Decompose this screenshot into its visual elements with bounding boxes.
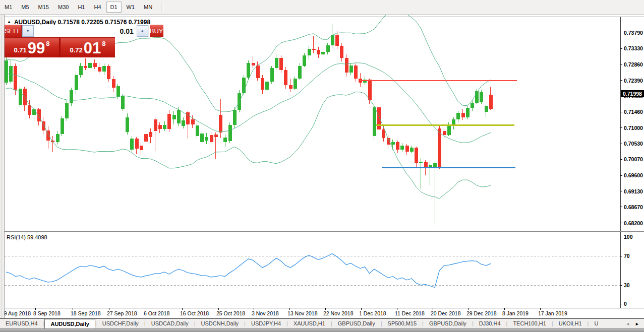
price-axis-label: 0.70070	[624, 156, 643, 162]
tab-ukoil-h1[interactable]: UKOil,H1	[553, 319, 588, 329]
timeframe-button-w1[interactable]: W1	[123, 2, 139, 13]
candle-body	[158, 125, 162, 128]
tab-gbpusd-daily[interactable]: GBPUSD,Daily	[424, 319, 472, 329]
candle-body	[102, 66, 106, 72]
rsi-axis-label: 100	[624, 234, 633, 240]
timeframe-button-d1[interactable]: D1	[106, 2, 122, 13]
tab-audusd-daily[interactable]: AUDUSD,Daily	[44, 319, 95, 329]
candle-body	[167, 114, 171, 129]
rsi-indicator-label: RSI(14) 59.4098	[7, 234, 47, 240]
candle-body	[149, 132, 152, 137]
tab-usdcad-daily[interactable]: USDCAD,Daily	[146, 319, 194, 329]
candle-body	[419, 162, 423, 163]
candle-body	[480, 92, 483, 102]
candle-body	[56, 134, 60, 142]
symbol-triangle-icon: ▲	[7, 20, 11, 24]
tab-scroll-right-icon[interactable]: ►	[632, 321, 642, 326]
buy-price-sup: 8	[102, 40, 105, 47]
left-gutter	[0, 14, 5, 318]
date-axis-label: 3 Nov 2018	[252, 310, 279, 316]
tab-sp500-m15[interactable]: SP500,M15	[382, 319, 422, 329]
tab-dj30-h4[interactable]: DJ30,H4	[474, 319, 506, 329]
rsi-line	[6, 254, 491, 288]
date-axis-label: 18 Sep 2018	[71, 310, 101, 316]
candle-body	[172, 115, 176, 119]
date-axis-label: 11 Dec 2018	[395, 310, 425, 316]
price-axis-label: 0.69130	[624, 188, 643, 194]
candle-body	[112, 79, 115, 88]
sell-price-box[interactable]: 0.71 99 8	[5, 38, 59, 57]
volume-increase-icon[interactable]: ▲	[137, 25, 148, 37]
candle-body	[252, 63, 255, 65]
price-axis-label: 0.68670	[624, 204, 643, 210]
timeframe-button-m30[interactable]: M30	[54, 2, 73, 13]
candle-body	[270, 68, 274, 82]
candle-body	[61, 118, 64, 134]
buy-button[interactable]: BUY	[150, 25, 163, 37]
buy-price-box[interactable]: 0.72 01 8	[61, 38, 115, 57]
candle-body	[23, 89, 27, 105]
candle-body	[238, 93, 241, 110]
tab-u[interactable]: U	[589, 319, 604, 329]
candle-body	[443, 131, 446, 135]
timeframe-button-h1[interactable]: H1	[74, 2, 89, 13]
candle-body	[223, 138, 227, 142]
tab-usdcnh-daily[interactable]: USDCNH,Daily	[196, 319, 245, 329]
candle-body	[98, 67, 101, 72]
price-axis-label: 0.68200	[624, 220, 643, 226]
candle-body	[466, 108, 470, 117]
candle-body	[32, 109, 36, 115]
candle-body	[308, 49, 311, 55]
volume-input[interactable]	[34, 25, 137, 37]
candle-body	[65, 103, 69, 118]
candle-body	[88, 63, 92, 68]
candle-body	[461, 113, 465, 117]
candle-body	[391, 142, 395, 145]
candle-body	[256, 65, 260, 78]
candle-body	[321, 52, 325, 54]
tab-gbpusd-daily[interactable]: GBPUSD,Daily	[332, 319, 381, 329]
candle-body	[107, 66, 110, 79]
price-axis-label: 0.71000	[624, 125, 643, 131]
candle-body	[9, 66, 13, 82]
date-axis-label: 1 Dec 2018	[359, 310, 386, 316]
price-axis-label: 0.72860	[624, 61, 643, 68]
candle-body	[438, 128, 441, 167]
volume-decrease-icon[interactable]: ▼	[22, 25, 34, 37]
candle-body	[433, 163, 437, 167]
timeframe-button-m15[interactable]: M15	[34, 2, 53, 13]
candle-body	[363, 80, 367, 83]
candle-body	[247, 63, 250, 77]
date-axis-label: 13 Nov 2018	[287, 310, 318, 316]
date-axis-label: 17 Jan 2019	[538, 310, 567, 316]
date-axis-label: 8 Sep 2018	[33, 310, 61, 316]
tab-scroll-left-icon[interactable]: ◄	[623, 321, 632, 326]
tab-usdchf-daily[interactable]: USDCHF,Daily	[97, 319, 144, 329]
tab-tech100-h1[interactable]: TECH100,H1	[507, 319, 551, 329]
candle-body	[471, 103, 474, 108]
candle-body	[28, 105, 31, 115]
bollinger-lower-band	[6, 88, 491, 199]
tab-xauusd-h1[interactable]: XAUUSD,H1	[288, 319, 331, 329]
candle-body	[135, 139, 139, 149]
candle-body	[210, 135, 213, 142]
candle-body	[275, 58, 278, 68]
sell-button[interactable]: SELL	[5, 25, 21, 37]
price-axis-label: 0.72390	[624, 78, 643, 84]
date-axis-label: 22 Nov 2018	[323, 310, 354, 316]
date-axis-label: 25 Oct 2018	[216, 310, 245, 316]
rsi-axis-label: 0	[624, 301, 627, 307]
date-axis-label: 20 Dec 2018	[431, 310, 461, 316]
candle-body	[130, 139, 134, 150]
date-axis-label: 27 Sep 2018	[107, 310, 137, 316]
candle-body	[163, 125, 166, 128]
tab-eurusd-h4[interactable]: EURUSD,H4	[0, 319, 43, 329]
date-axis-label: 16 Oct 2018	[180, 310, 209, 316]
candle-body	[331, 35, 334, 45]
tab-usdjpy-h4[interactable]: USDJPY,H4	[246, 319, 286, 329]
timeframe-button-mn[interactable]: MN	[140, 2, 156, 13]
timeframe-button-m1[interactable]: M1	[1, 2, 16, 13]
candle-body	[126, 117, 129, 131]
timeframe-button-h4[interactable]: H4	[90, 2, 105, 13]
timeframe-button-m5[interactable]: M5	[17, 2, 33, 13]
